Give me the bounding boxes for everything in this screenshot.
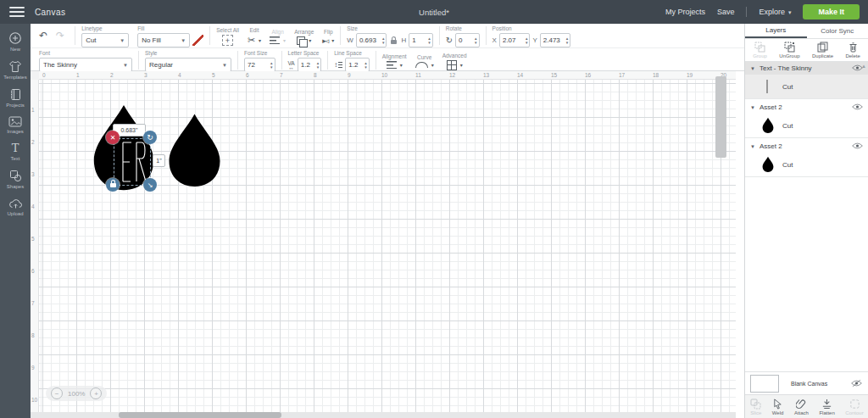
zoom-out-button[interactable]: − <box>51 387 63 399</box>
teardrop-shape-2[interactable] <box>163 106 226 196</box>
select-all-button[interactable]: Select All + <box>212 24 243 47</box>
lock-icon[interactable] <box>391 40 397 44</box>
rotate-icon: ↻ <box>446 36 453 45</box>
make-it-button[interactable]: Make It <box>803 4 860 20</box>
line-space-icon: ↕ <box>334 61 342 69</box>
contour-button[interactable]: Contour <box>845 398 863 415</box>
align-icon <box>270 36 280 44</box>
zoom-in-button[interactable]: + <box>90 387 102 399</box>
flip-icon: ▸◃ <box>322 36 328 45</box>
tab-color-sync[interactable]: Color Sync <box>807 24 868 38</box>
position-y-field[interactable]: ▴▾ <box>540 33 571 47</box>
layer-header-asset2a[interactable]: ▼ Asset 2 <box>745 101 868 114</box>
sidebar-item-text[interactable]: T Text <box>0 142 31 161</box>
eye-icon[interactable] <box>852 142 863 151</box>
edit-menu-button[interactable]: Edit ✂▾ <box>243 24 265 47</box>
ungroup-button[interactable]: UnGroup <box>779 42 799 59</box>
rotate-stepper[interactable]: ▴▾ <box>475 36 477 44</box>
sidebar-item-templates[interactable]: Templates <box>0 60 31 80</box>
ruler-number: 3 <box>144 72 147 78</box>
blank-canvas-thumbnail[interactable] <box>750 375 779 393</box>
position-x-stepper[interactable]: ▴▾ <box>526 36 528 44</box>
duplicate-button[interactable]: Duplicate <box>812 42 833 59</box>
lock-handle[interactable] <box>106 178 120 192</box>
line-space-stepper[interactable]: ▴▾ <box>364 61 367 69</box>
chevron-down-icon: ▼ <box>118 63 128 68</box>
linetype-select[interactable]: Cut▼ <box>81 33 129 47</box>
chevron-down-icon[interactable]: ▼ <box>750 66 755 71</box>
advanced-menu-button[interactable]: Advanced ▾ <box>438 48 471 72</box>
scroll-up-icon[interactable]: ▲ <box>861 64 866 69</box>
undo-icon[interactable]: ↶ <box>39 30 47 42</box>
layer-header-text[interactable]: ▼ Text - The Skinny <box>745 62 868 75</box>
height-stepper[interactable]: ▴▾ <box>428 36 431 44</box>
style-select[interactable]: Regular▼ <box>145 58 231 72</box>
text-layer-thumbnail <box>760 77 776 96</box>
flatten-button[interactable]: Flatten <box>819 398 834 415</box>
curve-menu-button[interactable]: Curve ▾ <box>411 48 438 72</box>
layer-header-asset2b[interactable]: ▼ Asset 2 <box>745 140 868 153</box>
fill-select[interactable]: No Fill▼ <box>137 33 190 47</box>
paperclip-icon <box>796 398 807 410</box>
font-select[interactable]: The Skinny▼ <box>39 58 132 72</box>
rotate-field[interactable]: ▴▾ <box>455 33 480 47</box>
save-link[interactable]: Save <box>717 8 735 16</box>
canvas-area[interactable]: 01234567891011121314151617181920 1234567… <box>31 71 736 418</box>
sidebar-item-upload[interactable]: Upload <box>0 198 31 216</box>
rotate-handle[interactable]: ↻ <box>143 131 157 144</box>
horizontal-scrollbar-track[interactable] <box>31 412 736 418</box>
slice-button[interactable]: Slice <box>750 398 761 415</box>
tab-layers[interactable]: Layers <box>745 24 807 38</box>
pen-color-icon[interactable] <box>192 35 203 46</box>
hamburger-icon[interactable] <box>9 7 25 17</box>
advanced-grid-icon <box>447 60 457 70</box>
layer-group-asset2b: ▼ Asset 2 Cut <box>745 140 868 177</box>
lock-icon <box>110 183 116 187</box>
alignment-menu-button[interactable]: Alignment ▾ <box>378 48 411 72</box>
letter-space-field[interactable]: ▴▾ <box>298 58 322 72</box>
attach-button[interactable]: Attach <box>794 398 809 415</box>
arrange-menu-button[interactable]: Arrange ▾ <box>290 24 318 47</box>
sidebar-item-images[interactable]: Images <box>0 116 31 134</box>
chevron-down-icon[interactable]: ▼ <box>750 105 755 110</box>
notebook-icon <box>9 88 22 101</box>
delete-button[interactable]: Delete <box>845 42 860 59</box>
layer-row-text-cut[interactable]: Cut <box>745 75 868 98</box>
delete-handle[interactable]: ✕ <box>106 131 120 144</box>
width-field[interactable]: ▴▾ <box>356 33 387 47</box>
blank-canvas-row[interactable]: Blank Canvas <box>745 371 868 394</box>
layer-row-asset2b-cut[interactable]: Cut <box>745 153 868 176</box>
flip-menu-button[interactable]: Flip ▸◃▾ <box>318 24 338 47</box>
weld-button[interactable]: Weld <box>772 398 784 415</box>
my-projects-link[interactable]: My Projects <box>665 8 705 16</box>
font-size-stepper[interactable]: ▴▾ <box>270 61 273 69</box>
eye-slash-icon[interactable] <box>851 376 862 391</box>
eye-icon[interactable] <box>852 103 863 112</box>
ruler-number: 1 <box>76 72 80 78</box>
position-x-field[interactable]: ▴▾ <box>499 33 531 47</box>
chevron-down-icon: ▾ <box>283 37 286 43</box>
sidebar-item-projects[interactable]: Projects <box>0 88 31 108</box>
ruler-number: 9 <box>31 365 35 371</box>
horizontal-scrollbar-thumb[interactable] <box>119 412 281 418</box>
group-button[interactable]: Group <box>753 42 767 59</box>
line-space-field[interactable]: ▴▾ <box>345 58 370 72</box>
align-menu-button[interactable]: Align ▾ <box>265 24 290 47</box>
vertical-scrollbar[interactable] <box>715 76 726 158</box>
chevron-down-icon[interactable]: ▼ <box>750 144 755 149</box>
sidebar-item-shapes[interactable]: Shapes <box>0 170 31 189</box>
layer-row-asset2a-cut[interactable]: Cut <box>745 114 868 137</box>
height-field[interactable]: ▴▾ <box>409 33 433 47</box>
width-stepper[interactable]: ▴▾ <box>382 36 385 44</box>
letter-space-stepper[interactable]: ▴▾ <box>317 61 320 69</box>
layer-group-text: ▼ Text - The Skinny Cut <box>745 62 868 99</box>
sidebar-item-new[interactable]: New <box>0 31 31 52</box>
page-title: Canvas <box>35 8 65 17</box>
position-y-stepper[interactable]: ▴▾ <box>566 36 569 44</box>
left-sidebar: New Templates Projects Images T Text Sha… <box>0 24 31 418</box>
resize-handle[interactable]: ↘ <box>143 178 157 192</box>
redo-icon[interactable]: ↷ <box>56 30 64 42</box>
font-size-field[interactable]: ▴▾ <box>244 58 275 72</box>
explore-menu[interactable]: Explore▾ <box>759 8 791 16</box>
ruler-number: 11 <box>415 72 421 78</box>
